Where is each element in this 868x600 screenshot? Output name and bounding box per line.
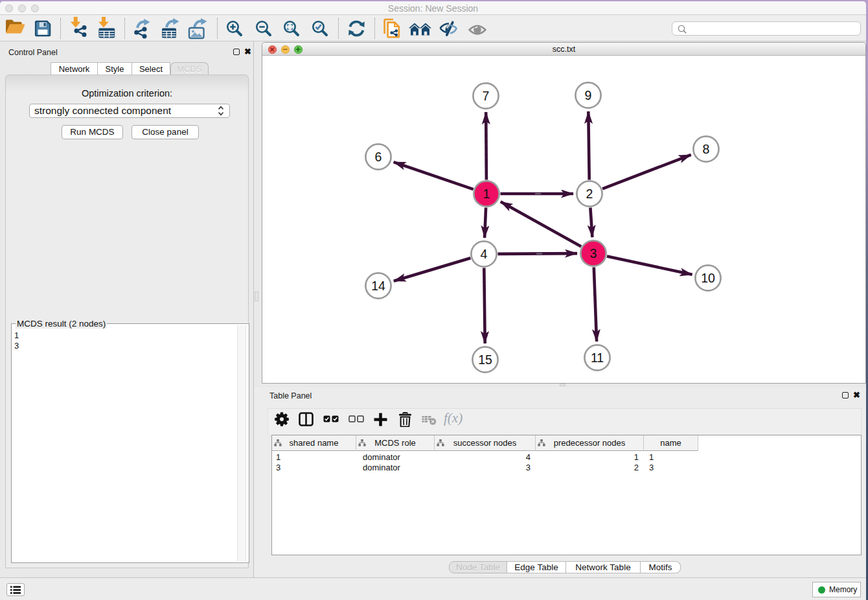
svg-text:8: 8 bbox=[703, 142, 710, 156]
svg-text:4: 4 bbox=[481, 247, 488, 261]
svg-text:1: 1 bbox=[483, 187, 490, 201]
svg-text:2: 2 bbox=[586, 187, 593, 201]
svg-text:15: 15 bbox=[478, 352, 492, 367]
svg-text:3: 3 bbox=[590, 246, 597, 260]
svg-text:9: 9 bbox=[585, 88, 592, 102]
svg-text:7: 7 bbox=[483, 89, 490, 103]
svg-text:11: 11 bbox=[591, 351, 604, 365]
svg-text:14: 14 bbox=[371, 279, 385, 293]
svg-text:10: 10 bbox=[701, 271, 715, 285]
svg-text:6: 6 bbox=[375, 150, 382, 164]
